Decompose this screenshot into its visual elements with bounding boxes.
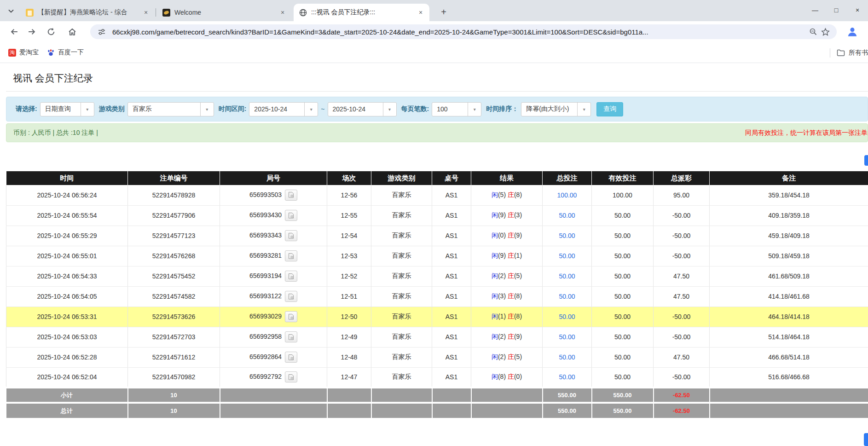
url-text[interactable]: 66cxkj98.com/game/betrecord_search/kind3… [112, 28, 807, 36]
cell-game-type: 百家乐 [371, 347, 432, 367]
date-end-select[interactable]: 2025-10-24 ▾ [328, 102, 397, 116]
total-bet-link[interactable]: 50.00 [559, 272, 575, 280]
close-tab-icon[interactable]: × [278, 8, 287, 17]
cell-remark: 516.68/466.68 [710, 367, 868, 388]
cell-table-number: AS1 [432, 307, 471, 327]
home-icon[interactable] [64, 24, 80, 40]
total-bet-link[interactable]: 50.00 [559, 252, 575, 260]
folder-icon [837, 49, 845, 57]
tab-welcome[interactable]: Welcome × [157, 4, 291, 21]
maximize-button[interactable]: □ [826, 0, 847, 20]
minimize-button[interactable]: — [804, 0, 826, 20]
result-banker: 庄 [508, 353, 514, 360]
cell-payout: -50.00 [654, 246, 710, 266]
bookmark-star-icon[interactable] [819, 26, 831, 38]
result-player: 闲 [492, 232, 498, 239]
cell-remark: 461.68/509.18 [710, 266, 868, 286]
result-player: 闲 [492, 373, 498, 380]
back-icon[interactable] [6, 24, 22, 40]
result-banker: 庄 [508, 313, 514, 320]
cell-game-type: 百家乐 [371, 185, 432, 205]
video-replay-button[interactable] [285, 271, 297, 282]
select-value: 降幂(由大到小) [521, 103, 577, 116]
total-bet-link[interactable]: 50.00 [559, 373, 575, 381]
cell-valid-bet: 50.00 [592, 266, 654, 286]
cell-bet-id: 522914572703 [128, 327, 220, 347]
per-page-select[interactable]: 100 ▾ [432, 102, 481, 116]
total-bet-link[interactable]: 50.00 [559, 232, 575, 239]
result-banker: 庄 [508, 292, 514, 300]
round-number: 656992864 [249, 353, 282, 360]
close-tab-icon[interactable]: × [417, 8, 425, 17]
video-replay-button[interactable] [285, 311, 297, 322]
url-bar[interactable]: 66cxkj98.com/game/betrecord_search/kind3… [90, 24, 837, 39]
result-player: 闲 [492, 211, 498, 219]
scroll-indicator-bottom[interactable] [864, 433, 868, 446]
total-bet-link[interactable]: 50.00 [559, 313, 575, 320]
tab-forum[interactable]: 【新提醒】海燕策略论坛 - 综合 × [20, 4, 155, 21]
zoom-icon[interactable] [807, 26, 819, 38]
video-replay-button[interactable] [285, 230, 297, 241]
total-bet-link[interactable]: 50.00 [559, 293, 575, 300]
tab-separator [156, 8, 156, 17]
cell-time: 2025-10-24 06:55:01 [6, 246, 128, 266]
close-tab-icon[interactable]: × [142, 8, 150, 17]
cell-valid-bet: 50.00 [592, 367, 654, 388]
video-replay-button[interactable] [285, 190, 297, 201]
tab-bet-record-active[interactable]: :::视讯 会员下注纪录::: × [294, 4, 429, 21]
result-player: 闲 [492, 292, 498, 300]
chevron-down-icon: ▾ [468, 103, 481, 116]
total-bet-link[interactable]: 50.00 [559, 353, 575, 361]
date-start-select[interactable]: 2025-10-24 ▾ [249, 102, 318, 116]
game-type-select[interactable]: 百家乐 ▾ [127, 102, 214, 116]
sort-select[interactable]: 降幂(由大到小) ▾ [521, 102, 591, 116]
result-banker-score: (5) [514, 353, 522, 360]
video-replay-button[interactable] [285, 371, 297, 382]
total-bet-link[interactable]: 50.00 [559, 333, 575, 341]
video-replay-button[interactable] [285, 352, 297, 363]
footer-empty [327, 388, 371, 403]
video-replay-button[interactable] [285, 291, 297, 302]
bookmark-taobao[interactable]: 淘 爱淘宝 [8, 48, 39, 57]
total-bet-link[interactable]: 50.00 [559, 212, 575, 219]
cell-total-bet: 50.00 [543, 307, 592, 327]
cell-round: 656993343 [220, 226, 327, 246]
column-header: 游戏类别 [371, 171, 432, 185]
result-player: 闲 [492, 333, 498, 340]
query-type-select[interactable]: 日期查询 ▾ [40, 102, 94, 116]
cell-table-number: AS1 [432, 185, 471, 205]
forward-icon[interactable] [24, 24, 40, 40]
new-tab-button[interactable]: + [437, 6, 450, 18]
tab-menu-chevron-icon[interactable] [5, 5, 17, 17]
cell-remark: 414.18/461.68 [710, 286, 868, 307]
tab-title: 【新提醒】海燕策略论坛 - 综合 [38, 8, 138, 17]
total-bet-link[interactable]: 100.00 [557, 191, 577, 199]
cell-game-type: 百家乐 [371, 307, 432, 327]
search-button[interactable]: 查询 [596, 102, 623, 116]
cell-payout: -50.00 [654, 205, 710, 226]
scroll-indicator-top[interactable] [864, 155, 868, 166]
video-replay-button[interactable] [285, 331, 297, 342]
column-header: 桌号 [432, 171, 471, 185]
result-banker-score: (8) [514, 191, 522, 198]
video-replay-button[interactable] [285, 210, 297, 221]
cell-total-bet: 100.00 [543, 185, 592, 205]
cell-remark: 514.18/464.18 [710, 327, 868, 347]
cell-bet-id: 522914575452 [128, 266, 220, 286]
cell-time: 2025-10-24 06:53:03 [6, 327, 128, 347]
cell-round: 656992958 [220, 327, 327, 347]
cell-table-number: AS1 [432, 367, 471, 388]
cell-total-bet: 50.00 [543, 327, 592, 347]
reload-icon[interactable] [43, 24, 59, 40]
table-row: 2025-10-24 06:52:28522914571612656992864… [6, 347, 868, 367]
cell-session: 12-47 [327, 367, 371, 388]
profile-avatar-icon[interactable] [845, 24, 860, 39]
site-settings-icon[interactable] [96, 26, 108, 38]
table-row: 2025-10-24 06:53:03522914572703656992958… [6, 327, 868, 347]
cell-round: 656993281 [220, 246, 327, 266]
all-bookmarks[interactable]: 所有书签 [830, 42, 868, 63]
close-window-button[interactable]: × [847, 0, 868, 20]
video-replay-button[interactable] [285, 250, 297, 261]
bookmark-baidu[interactable]: 百度一下 [47, 48, 84, 57]
cell-total-bet: 50.00 [543, 367, 592, 388]
